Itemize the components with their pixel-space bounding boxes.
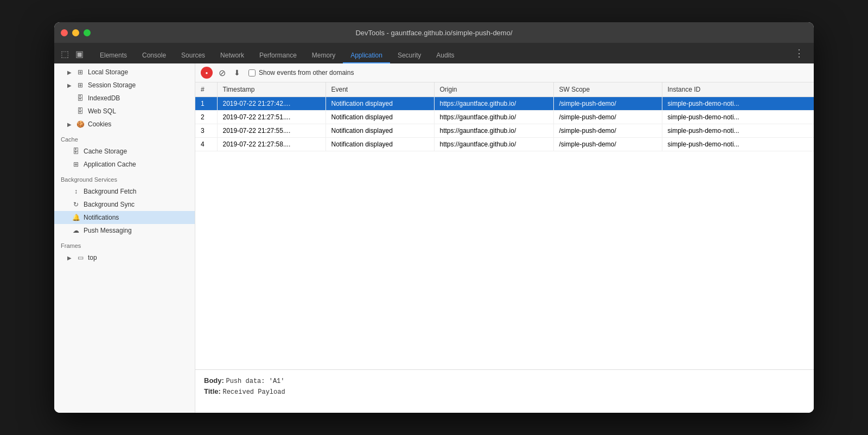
cell-num: 2 bbox=[195, 111, 217, 124]
table-wrapper: # Timestamp Event Origin SW Scope Instan… bbox=[195, 82, 814, 369]
tab-network[interactable]: Network bbox=[213, 48, 252, 63]
sync-icon: ↻ bbox=[72, 200, 80, 209]
table-row[interactable]: 1 2019-07-22 21:27:42.... Notification d… bbox=[195, 97, 814, 111]
cell-instance-id: simple-push-demo-noti... bbox=[662, 111, 814, 124]
col-header-timestamp: Timestamp bbox=[217, 82, 326, 97]
more-tabs-button[interactable]: ⋮ bbox=[789, 44, 809, 63]
cell-sw-scope: /simple-push-demo/ bbox=[553, 124, 662, 138]
maximize-button[interactable] bbox=[84, 29, 91, 36]
main-content: ▶ ⊞ Local Storage ▶ ⊞ Session Storage ▶ … bbox=[54, 63, 814, 413]
record-icon: ● bbox=[206, 71, 208, 75]
devtools-window: DevTools - gauntface.github.io/simple-pu… bbox=[54, 22, 814, 413]
col-header-instance-id: Instance ID bbox=[662, 82, 814, 97]
sidebar-item-push-messaging[interactable]: ☁ Push Messaging bbox=[54, 224, 195, 237]
detail-title-value: Received Payload bbox=[222, 388, 285, 396]
grid-icon: ⊞ bbox=[76, 81, 85, 89]
expand-arrow-icon: ▶ bbox=[67, 121, 73, 127]
show-other-domains-label: Show events from other domains bbox=[259, 69, 354, 76]
table-row[interactable]: 2 2019-07-22 21:27:51.... Notification d… bbox=[195, 111, 814, 124]
sidebar-item-notifications[interactable]: 🔔 Notifications bbox=[54, 211, 195, 224]
window-title: DevTools - gauntface.github.io/simple-pu… bbox=[355, 29, 512, 37]
expand-arrow-icon: ▶ bbox=[67, 69, 73, 75]
frame-icon: ▭ bbox=[76, 253, 85, 262]
sidebar-item-application-cache[interactable]: ⊞ Application Cache bbox=[54, 158, 195, 171]
frames-section-header: Frames bbox=[54, 237, 195, 251]
col-header-origin: Origin bbox=[434, 82, 553, 97]
detail-panel: Body: Push data: 'A1' Title: Received Pa… bbox=[195, 369, 814, 413]
download-button[interactable]: ⬇ bbox=[231, 67, 243, 79]
tab-sources[interactable]: Sources bbox=[174, 48, 213, 63]
sidebar: ▶ ⊞ Local Storage ▶ ⊞ Session Storage ▶ … bbox=[54, 63, 195, 413]
show-other-domains-checkbox[interactable]: Show events from other domains bbox=[248, 69, 354, 76]
tab-security[interactable]: Security bbox=[390, 48, 429, 63]
grid-icon: ⊞ bbox=[76, 68, 85, 76]
sidebar-item-top-frame[interactable]: ▶ ▭ top bbox=[54, 251, 195, 264]
background-services-header: Background Services bbox=[54, 171, 195, 185]
cloud-icon: ☁ bbox=[72, 226, 80, 235]
sidebar-item-session-storage[interactable]: ▶ ⊞ Session Storage bbox=[54, 79, 195, 92]
close-button[interactable] bbox=[61, 29, 68, 36]
cell-sw-scope: /simple-push-demo/ bbox=[553, 138, 662, 151]
table-row[interactable]: 3 2019-07-22 21:27:55.... Notification d… bbox=[195, 124, 814, 138]
detail-body-value: Push data: 'A1' bbox=[226, 378, 284, 385]
tab-performance[interactable]: Performance bbox=[252, 48, 304, 63]
tabs-bar: ⬚ ▣ Elements Console Sources Network Per… bbox=[54, 43, 814, 63]
cache-section-header: Cache bbox=[54, 131, 195, 145]
expand-arrow-icon: ▶ bbox=[67, 255, 73, 261]
cell-event: Notification displayed bbox=[326, 97, 434, 111]
arrows-icon: ↕ bbox=[72, 187, 80, 196]
expand-arrow-icon: ▶ bbox=[67, 82, 73, 88]
cell-event: Notification displayed bbox=[326, 111, 434, 124]
cell-instance-id: simple-push-demo-noti... bbox=[662, 124, 814, 138]
sidebar-item-local-storage[interactable]: ▶ ⊞ Local Storage bbox=[54, 66, 195, 79]
cell-timestamp: 2019-07-22 21:27:55.... bbox=[217, 124, 326, 138]
tab-console[interactable]: Console bbox=[135, 48, 174, 63]
cell-origin: https://gauntface.github.io/ bbox=[434, 97, 553, 111]
cell-num: 1 bbox=[195, 97, 217, 111]
cell-origin: https://gauntface.github.io/ bbox=[434, 138, 553, 151]
cell-event: Notification displayed bbox=[326, 138, 434, 151]
tab-application[interactable]: Application bbox=[343, 48, 390, 63]
cell-timestamp: 2019-07-22 21:27:58.... bbox=[217, 138, 326, 151]
sidebar-item-indexeddb[interactable]: ▶ 🗄 IndexedDB bbox=[54, 92, 195, 105]
notifications-table: # Timestamp Event Origin SW Scope Instan… bbox=[195, 82, 814, 151]
main-panel: ● ⊘ ⬇ Show events from other domains bbox=[195, 63, 814, 413]
toolbar: ● ⊘ ⬇ Show events from other domains bbox=[195, 63, 814, 82]
sidebar-item-background-sync[interactable]: ↻ Background Sync bbox=[54, 198, 195, 211]
col-header-sw-scope: SW Scope bbox=[553, 82, 662, 97]
show-other-domains-input[interactable] bbox=[248, 69, 256, 76]
download-icon: ⬇ bbox=[234, 68, 240, 77]
record-button[interactable]: ● bbox=[201, 67, 213, 79]
cookie-icon: 🍪 bbox=[76, 120, 85, 129]
detail-title-line: Title: Received Payload bbox=[204, 387, 805, 396]
sidebar-item-background-fetch[interactable]: ↕ Background Fetch bbox=[54, 185, 195, 198]
tab-audits[interactable]: Audits bbox=[429, 48, 462, 63]
cell-instance-id: simple-push-demo-noti... bbox=[662, 138, 814, 151]
cell-event: Notification displayed bbox=[326, 124, 434, 138]
col-header-num: # bbox=[195, 82, 217, 97]
panel-icon[interactable]: ▣ bbox=[73, 48, 86, 60]
sidebar-item-cookies[interactable]: ▶ 🍪 Cookies bbox=[54, 118, 195, 131]
cell-num: 4 bbox=[195, 138, 217, 151]
traffic-lights bbox=[61, 29, 91, 36]
db-icon: 🗄 bbox=[76, 107, 85, 116]
sidebar-item-web-sql[interactable]: ▶ 🗄 Web SQL bbox=[54, 105, 195, 118]
detail-body-line: Body: Push data: 'A1' bbox=[204, 376, 805, 385]
col-header-event: Event bbox=[326, 82, 434, 97]
tab-memory[interactable]: Memory bbox=[304, 48, 343, 63]
cell-timestamp: 2019-07-22 21:27:51.... bbox=[217, 111, 326, 124]
cell-num: 3 bbox=[195, 124, 217, 138]
grid-icon: ⊞ bbox=[72, 160, 80, 169]
tab-elements[interactable]: Elements bbox=[92, 48, 135, 63]
detail-body-label: Body: bbox=[204, 376, 224, 385]
sidebar-item-cache-storage[interactable]: 🗄 Cache Storage bbox=[54, 145, 195, 158]
clear-button[interactable]: ⊘ bbox=[216, 67, 228, 79]
cell-origin: https://gauntface.github.io/ bbox=[434, 111, 553, 124]
table-row[interactable]: 4 2019-07-22 21:27:58.... Notification d… bbox=[195, 138, 814, 151]
db-icon: 🗄 bbox=[76, 94, 85, 103]
minimize-button[interactable] bbox=[72, 29, 79, 36]
tabs-list: Elements Console Sources Network Perform… bbox=[92, 48, 789, 63]
cell-sw-scope: /simple-push-demo/ bbox=[553, 97, 662, 111]
table-header-row: # Timestamp Event Origin SW Scope Instan… bbox=[195, 82, 814, 97]
cursor-icon[interactable]: ⬚ bbox=[59, 48, 71, 60]
